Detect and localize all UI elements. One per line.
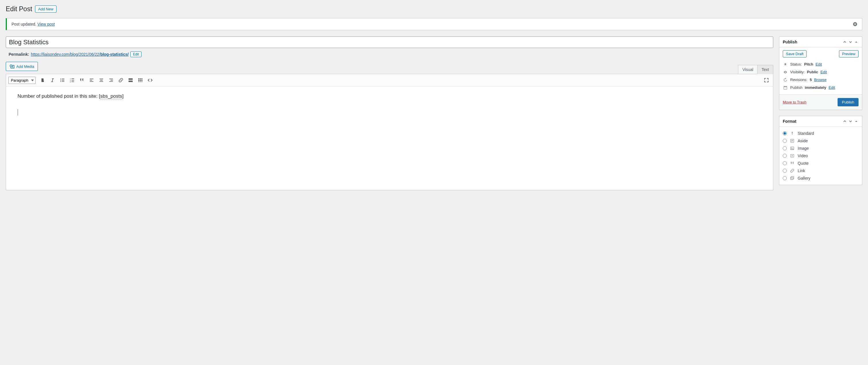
format-radio-standard[interactable]: [783, 131, 787, 135]
svg-rect-32: [138, 82, 140, 82]
svg-rect-26: [138, 79, 140, 80]
format-radio-quote[interactable]: [783, 161, 787, 165]
format-label: Aside: [798, 139, 808, 143]
format-gallery[interactable]: Gallery: [783, 174, 859, 182]
read-more-icon[interactable]: [126, 76, 135, 84]
numbered-list-icon[interactable]: 123: [68, 76, 76, 84]
format-image[interactable]: Image: [783, 145, 859, 152]
toolbar-toggle-icon[interactable]: [136, 76, 145, 84]
status-value: Pitch: [804, 62, 813, 66]
status-label: Status:: [790, 62, 802, 66]
svg-point-2: [60, 79, 61, 79]
view-post-link[interactable]: View post: [37, 22, 55, 26]
publish-date-edit-link[interactable]: Edit: [829, 85, 835, 90]
move-to-trash-link[interactable]: Move to Trash: [783, 100, 806, 104]
quote-icon: [789, 161, 795, 166]
format-radio-link[interactable]: [783, 169, 787, 173]
svg-rect-21: [111, 80, 113, 81]
editor-content[interactable]: Number of published post in this site: […: [6, 86, 773, 190]
revisions-browse-link[interactable]: Browse: [814, 78, 826, 82]
align-center-icon[interactable]: [97, 76, 105, 84]
svg-rect-22: [110, 81, 113, 82]
image-icon: [789, 146, 795, 150]
svg-rect-34: [142, 82, 143, 82]
pin-icon: [783, 62, 788, 66]
svg-rect-11: [71, 79, 74, 79]
format-radio-image[interactable]: [783, 146, 787, 150]
visibility-icon: [783, 70, 788, 74]
revisions-label: Revisions:: [790, 78, 807, 82]
metabox-toggle-icon[interactable]: [854, 40, 859, 44]
add-new-button[interactable]: Add New: [35, 5, 57, 12]
format-radio-gallery[interactable]: [783, 176, 787, 180]
visibility-edit-link[interactable]: Edit: [820, 70, 827, 74]
format-title: Format: [783, 119, 796, 123]
blockquote-icon[interactable]: [78, 76, 86, 84]
preview-button[interactable]: Preview: [839, 50, 859, 57]
format-radio-video[interactable]: [783, 154, 787, 158]
edit-permalink-button[interactable]: Edit: [130, 52, 142, 57]
format-label: Gallery: [798, 176, 810, 180]
svg-point-3: [60, 80, 61, 81]
svg-point-4: [60, 81, 61, 82]
tab-visual[interactable]: Visual: [738, 65, 757, 74]
metabox-down-icon[interactable]: [848, 40, 853, 44]
permalink-slug: blog-statistics/: [100, 52, 129, 57]
align-left-icon[interactable]: [87, 76, 96, 84]
format-metabox: Format Standard Aside: [779, 116, 862, 185]
add-media-button[interactable]: Add Media: [6, 62, 38, 71]
format-video[interactable]: Video: [783, 152, 859, 160]
format-standard[interactable]: Standard: [783, 130, 859, 137]
svg-rect-7: [62, 81, 64, 82]
permalink-link[interactable]: https://liaisondev.com/blog/2021/06/22/b…: [31, 52, 129, 57]
svg-rect-12: [71, 80, 74, 81]
content-text: Number of published post in this site: [: [18, 93, 100, 99]
svg-rect-24: [129, 81, 133, 82]
format-label: Link: [798, 168, 805, 173]
bullet-list-icon[interactable]: [58, 76, 67, 84]
tab-text[interactable]: Text: [757, 65, 773, 74]
svg-rect-6: [62, 80, 64, 81]
fullscreen-icon[interactable]: [762, 76, 771, 84]
paragraph-select[interactable]: Paragraph: [8, 77, 36, 84]
save-draft-button[interactable]: Save Draft: [783, 50, 807, 57]
publish-date-label: Publish: [790, 85, 803, 90]
link-icon[interactable]: [117, 76, 125, 84]
format-link[interactable]: Link: [783, 167, 859, 174]
svg-rect-42: [792, 141, 793, 142]
publish-metabox: Publish Save Draft Preview Status: Pitch…: [779, 36, 862, 110]
metabox-up-icon[interactable]: [842, 119, 847, 123]
svg-rect-29: [138, 80, 140, 81]
svg-rect-25: [129, 80, 133, 80]
svg-rect-14: [90, 79, 94, 79]
svg-rect-30: [140, 80, 141, 81]
svg-rect-28: [142, 79, 143, 80]
publish-button[interactable]: Publish: [838, 98, 859, 106]
metabox-toggle-icon[interactable]: [854, 119, 859, 123]
editor-toolbar: Paragraph 123: [6, 74, 773, 86]
svg-rect-38: [786, 86, 786, 87]
bold-icon[interactable]: [38, 76, 47, 84]
svg-rect-20: [110, 79, 113, 79]
format-label: Standard: [798, 131, 814, 136]
code-icon[interactable]: [146, 76, 154, 84]
format-radio-aside[interactable]: [783, 139, 787, 143]
format-label: Quote: [798, 161, 809, 166]
notice-updated: Post updated. View post: [6, 18, 862, 30]
format-aside[interactable]: Aside: [783, 137, 859, 145]
svg-rect-23: [129, 79, 133, 80]
italic-icon[interactable]: [48, 76, 57, 84]
publish-title: Publish: [783, 40, 797, 44]
metabox-down-icon[interactable]: [848, 119, 853, 123]
svg-rect-47: [791, 176, 794, 179]
status-edit-link[interactable]: Edit: [815, 62, 822, 66]
format-list: Standard Aside Image Video: [779, 127, 862, 185]
dismiss-notice-icon[interactable]: [853, 22, 857, 26]
revisions-count: 5: [810, 78, 812, 82]
metabox-up-icon[interactable]: [842, 40, 847, 44]
video-icon: [789, 153, 795, 158]
align-right-icon[interactable]: [107, 76, 115, 84]
format-quote[interactable]: Quote: [783, 160, 859, 167]
post-title-input[interactable]: [6, 36, 773, 48]
revisions-icon: [783, 78, 788, 82]
